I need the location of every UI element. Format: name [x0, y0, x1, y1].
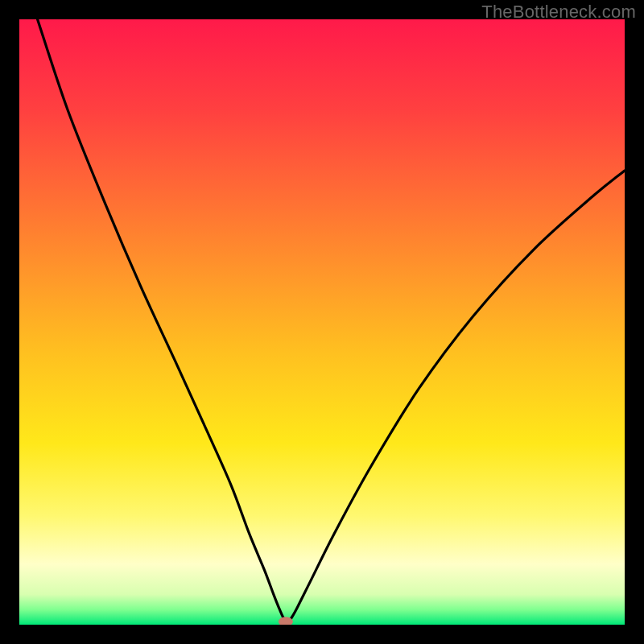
gradient-background [19, 19, 625, 625]
chart-container: TheBottleneck.com [0, 0, 644, 644]
chart-svg [19, 19, 625, 625]
plot-area [19, 19, 625, 625]
watermark-text: TheBottleneck.com [481, 2, 636, 23]
